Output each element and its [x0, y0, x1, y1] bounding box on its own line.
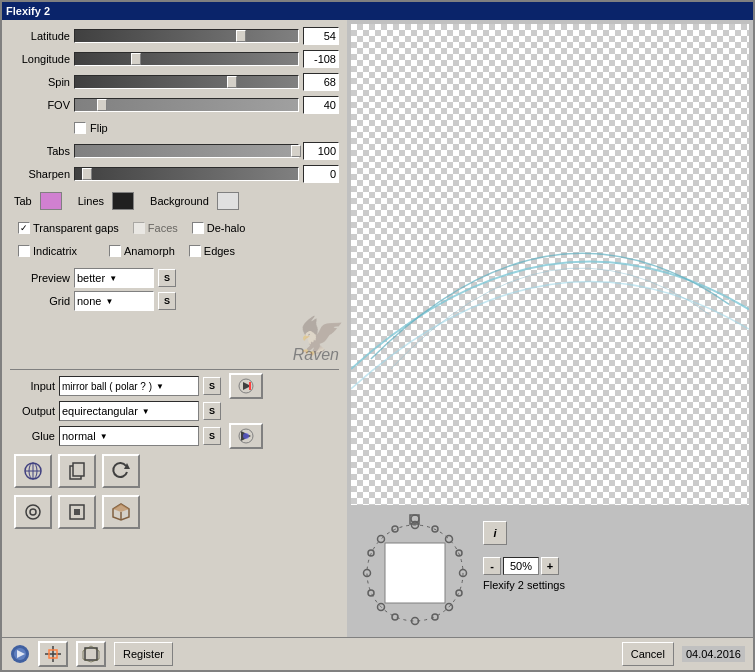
zoom-and-settings: - 50% + Flexify 2 settings — [483, 557, 565, 591]
lines-color-swatch[interactable] — [112, 192, 134, 210]
grid-reset-button[interactable]: S — [158, 292, 176, 310]
sharpen-row: Sharpen — [10, 164, 339, 184]
transparent-gaps-checkbox[interactable] — [18, 222, 30, 234]
zoom-plus-button[interactable]: + — [541, 557, 559, 575]
render-button[interactable] — [229, 423, 263, 449]
latitude-row: Latitude — [10, 26, 339, 46]
svg-point-5 — [243, 433, 249, 439]
flip-label: Flip — [90, 122, 108, 134]
latitude-thumb[interactable] — [236, 30, 246, 42]
transparent-gaps-label: Transparent gaps — [33, 222, 119, 234]
preview-label: Preview — [10, 272, 70, 284]
input-label: Input — [10, 380, 55, 392]
fov-label: FOV — [10, 99, 70, 111]
sharpen-thumb[interactable] — [82, 168, 92, 180]
fov-row: FOV — [10, 95, 339, 115]
flip-checkbox[interactable] — [74, 122, 86, 134]
spin-value[interactable] — [303, 73, 339, 91]
longitude-value[interactable] — [303, 50, 339, 68]
box-button[interactable] — [76, 641, 106, 667]
grid-dropdown-arrow: ▼ — [105, 297, 113, 306]
spin-label: Spin — [10, 76, 70, 88]
checkbox-row-1: Transparent gaps Faces De-halo — [10, 218, 339, 238]
crosshair-button[interactable] — [38, 641, 68, 667]
globe-button[interactable] — [14, 454, 52, 488]
background-color-swatch[interactable] — [217, 192, 239, 210]
input-reset-button[interactable]: S — [203, 377, 221, 395]
anamorph-item: Anamorph — [109, 245, 175, 257]
lines-label: Lines — [78, 195, 104, 207]
fov-thumb[interactable] — [97, 99, 107, 111]
latitude-slider[interactable] — [74, 29, 299, 43]
cube-button[interactable] — [102, 495, 140, 529]
play-button[interactable] — [229, 373, 263, 399]
svg-point-13 — [26, 505, 40, 519]
flexify-settings-label: Flexify 2 settings — [483, 579, 565, 591]
edges-item: Edges — [189, 245, 235, 257]
longitude-row: Longitude — [10, 49, 339, 69]
tabs-value[interactable] — [303, 142, 339, 160]
window-title: Flexify 2 — [6, 5, 50, 17]
cancel-button[interactable]: Cancel — [622, 642, 674, 666]
longitude-slider[interactable] — [74, 52, 299, 66]
zoom-control: - 50% + — [483, 557, 565, 575]
indicatrix-checkbox[interactable] — [18, 245, 30, 257]
svg-rect-40 — [385, 543, 445, 603]
color-swatches-row: Tab Lines Background — [10, 191, 339, 211]
svg-point-28 — [378, 536, 385, 543]
circle-selector-svg — [355, 513, 475, 633]
flip-row: Flip — [10, 118, 339, 138]
info-button[interactable]: i — [483, 521, 507, 545]
longitude-thumb[interactable] — [131, 53, 141, 65]
fov-value[interactable] — [303, 96, 339, 114]
background-label: Background — [150, 195, 209, 207]
settings-circle-button[interactable] — [14, 495, 52, 529]
input-row: Input mirror ball ( polar ? ) ▼ S — [10, 375, 339, 397]
output-dropdown[interactable]: equirectangular ▼ — [59, 401, 199, 421]
spin-slider[interactable] — [74, 75, 299, 89]
edges-label: Edges — [204, 245, 235, 257]
left-panel: Latitude Longitude Spin — [2, 20, 347, 637]
register-button[interactable]: Register — [114, 642, 173, 666]
square-button[interactable] — [58, 495, 96, 529]
tabs-thumb[interactable] — [291, 145, 301, 157]
raven-logo: 🦅 Raven — [10, 318, 339, 364]
status-bar: Register Cancel 04.04.2016 — [2, 637, 753, 670]
rotate-button[interactable] — [102, 454, 140, 488]
tab-color-swatch[interactable] — [40, 192, 62, 210]
spin-thumb[interactable] — [227, 76, 237, 88]
svg-rect-2 — [249, 382, 251, 390]
transparent-gaps-item: Transparent gaps — [18, 222, 119, 234]
latitude-value[interactable] — [303, 27, 339, 45]
spin-row: Spin — [10, 72, 339, 92]
tabs-slider[interactable] — [74, 144, 299, 158]
zoom-value: 50% — [503, 557, 539, 575]
edges-checkbox[interactable] — [189, 245, 201, 257]
zoom-minus-button[interactable]: - — [483, 557, 501, 575]
sharpen-slider[interactable] — [74, 167, 299, 181]
svg-point-34 — [368, 590, 374, 596]
input-dropdown[interactable]: mirror ball ( polar ? ) ▼ — [59, 376, 199, 396]
output-reset-button[interactable]: S — [203, 402, 221, 420]
copy-button[interactable] — [58, 454, 96, 488]
grid-dropdown[interactable]: none ▼ — [74, 291, 154, 311]
svg-point-29 — [446, 536, 453, 543]
preview-dropdown[interactable]: better ▼ — [74, 268, 154, 288]
action-buttons-row — [10, 454, 339, 488]
faces-label: Faces — [148, 222, 178, 234]
svg-rect-11 — [73, 463, 84, 476]
sharpen-value[interactable] — [303, 165, 339, 183]
glue-dropdown[interactable]: normal ▼ — [59, 426, 199, 446]
checkbox-row-2: Indicatrix Anamorph Edges — [10, 241, 339, 261]
faces-checkbox[interactable] — [133, 222, 145, 234]
anamorph-checkbox[interactable] — [109, 245, 121, 257]
fov-slider[interactable] — [74, 98, 299, 112]
de-halo-checkbox[interactable] — [192, 222, 204, 234]
preview-reset-button[interactable]: S — [158, 269, 176, 287]
glue-reset-button[interactable]: S — [203, 427, 221, 445]
grid-label: Grid — [10, 295, 70, 307]
output-label: Output — [10, 405, 55, 417]
svg-point-35 — [456, 590, 462, 596]
svg-rect-47 — [85, 648, 97, 660]
action-buttons-row-2 — [10, 495, 339, 529]
